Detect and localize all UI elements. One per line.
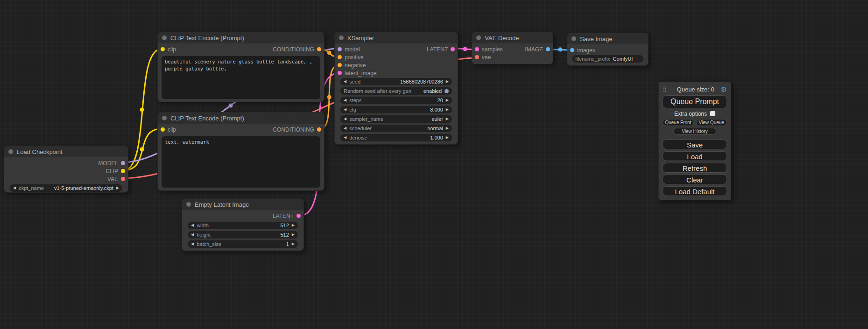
output-dot-clip[interactable] bbox=[121, 169, 125, 173]
output-slot-conditioning[interactable]: CONDITIONING bbox=[273, 126, 321, 133]
input-dot-negative[interactable] bbox=[338, 63, 342, 67]
arrow-right-icon[interactable]: ▶ bbox=[446, 136, 449, 140]
queue-menu[interactable]: ⣿ Queue size: 0 ⚙ Queue Prompt Extra opt… bbox=[658, 82, 731, 200]
clear-button[interactable]: Clear bbox=[663, 175, 727, 184]
arrow-left-icon[interactable]: ◀ bbox=[13, 186, 16, 190]
output-dot-model[interactable] bbox=[121, 161, 125, 165]
toggle-dot[interactable] bbox=[445, 89, 449, 93]
input-dot-positive[interactable] bbox=[338, 55, 342, 59]
arrow-left-icon[interactable]: ◀ bbox=[344, 80, 346, 84]
input-slot-images[interactable]: images bbox=[570, 47, 595, 54]
widget-filename-prefix[interactable]: filename_prefix ComfyUI bbox=[572, 55, 643, 63]
widget-height[interactable]: ◀ height 512 ▶ bbox=[188, 231, 298, 238]
collapse-dot[interactable] bbox=[162, 116, 167, 120]
arrow-right-icon[interactable]: ▶ bbox=[446, 117, 449, 121]
settings-gear-icon[interactable]: ⚙ bbox=[721, 86, 727, 93]
output-slot-conditioning[interactable]: CONDITIONING bbox=[273, 46, 321, 53]
output-slot-image[interactable]: IMAGE bbox=[525, 46, 550, 53]
node-save-image[interactable]: Save Image images filename_prefix ComfyU… bbox=[567, 33, 649, 66]
output-dot-latent[interactable] bbox=[296, 214, 301, 218]
arrow-left-icon[interactable]: ◀ bbox=[344, 117, 346, 121]
node-load-checkpoint[interactable]: Load Checkpoint MODEL CLIP VAE bbox=[4, 146, 128, 193]
menu-drag-handle-icon[interactable]: ⣿ bbox=[663, 86, 667, 92]
queue-prompt-button[interactable]: Queue Prompt bbox=[663, 95, 727, 108]
view-history-button[interactable]: View History bbox=[673, 128, 716, 135]
node-title-bar[interactable]: Load Checkpoint bbox=[4, 146, 128, 157]
graph-canvas[interactable]: Load Checkpoint MODEL CLIP VAE bbox=[0, 0, 868, 329]
arrow-right-icon[interactable]: ▶ bbox=[292, 233, 295, 237]
node-title-bar[interactable]: CLIP Text Encode (Prompt) bbox=[158, 32, 324, 43]
arrow-left-icon[interactable]: ◀ bbox=[344, 98, 346, 102]
collapse-dot[interactable] bbox=[572, 36, 576, 41]
widget-cfg[interactable]: ◀ cfg 8.000 ▶ bbox=[340, 106, 452, 113]
input-dot-vae[interactable] bbox=[475, 55, 479, 59]
input-slot-positive[interactable]: positive bbox=[338, 54, 364, 61]
node-title-bar[interactable]: VAE Decode bbox=[472, 32, 553, 43]
load-default-button[interactable]: Load Default bbox=[663, 186, 727, 196]
output-slot-model[interactable]: MODEL bbox=[98, 160, 125, 167]
input-slot-model[interactable]: model bbox=[338, 46, 360, 53]
collapse-dot[interactable] bbox=[162, 35, 167, 40]
arrow-right-icon[interactable]: ▶ bbox=[292, 242, 295, 246]
node-vae-decode[interactable]: VAE Decode samples IMAGE vae bbox=[472, 32, 553, 64]
widget-steps[interactable]: ◀ steps 20 ▶ bbox=[340, 97, 452, 104]
arrow-right-icon[interactable]: ▶ bbox=[446, 126, 449, 130]
input-dot-images[interactable] bbox=[570, 48, 574, 52]
input-dot-model[interactable] bbox=[338, 47, 342, 51]
input-slot-samples[interactable]: samples bbox=[475, 46, 503, 53]
output-dot-vae[interactable] bbox=[121, 177, 125, 181]
collapse-dot[interactable] bbox=[339, 35, 344, 40]
output-slot-latent[interactable]: LATENT bbox=[273, 213, 301, 219]
input-dot-clip[interactable] bbox=[161, 127, 165, 132]
arrow-left-icon[interactable]: ◀ bbox=[191, 224, 194, 227]
extra-options-checkbox[interactable] bbox=[710, 111, 715, 116]
arrow-right-icon[interactable]: ▶ bbox=[116, 186, 119, 190]
input-slot-latent-image[interactable]: latent_image bbox=[338, 70, 377, 77]
node-empty-latent-image[interactable]: Empty Latent Image LATENT ◀ width 512 ▶ … bbox=[182, 198, 304, 251]
view-queue-button[interactable]: View Queue bbox=[696, 119, 727, 126]
widget-control-after-generate[interactable]: Random seed after every gen enabled bbox=[340, 87, 452, 95]
arrow-right-icon[interactable]: ▶ bbox=[446, 80, 449, 84]
node-clip-text-encode-positive[interactable]: CLIP Text Encode (Prompt) clip CONDITION… bbox=[157, 32, 325, 102]
output-slot-vae[interactable]: VAE bbox=[107, 176, 125, 182]
widget-scheduler[interactable]: ◀ scheduler normal ▶ bbox=[340, 125, 452, 132]
input-slot-vae[interactable]: vae bbox=[475, 54, 491, 61]
prompt-textarea[interactable]: beautiful scenery nature glass bottle la… bbox=[162, 56, 320, 99]
widget-batch-size[interactable]: ◀ batch_size 1 ▶ bbox=[188, 240, 298, 248]
arrow-right-icon[interactable]: ▶ bbox=[292, 224, 295, 227]
widget-seed[interactable]: ◀ seed 156680208700286 ▶ bbox=[340, 78, 452, 85]
output-dot-latent[interactable] bbox=[451, 47, 455, 51]
input-slot-negative[interactable]: negative bbox=[338, 62, 366, 69]
widget-width[interactable]: ◀ width 512 ▶ bbox=[188, 222, 298, 229]
output-dot-conditioning[interactable] bbox=[317, 127, 321, 132]
node-ksampler[interactable]: KSampler model LATENT positive bbox=[334, 32, 458, 145]
save-button[interactable]: Save bbox=[663, 140, 727, 149]
collapse-dot[interactable] bbox=[8, 149, 13, 154]
input-slot-clip[interactable]: clip bbox=[161, 46, 176, 53]
output-slot-clip[interactable]: CLIP bbox=[106, 168, 125, 175]
node-title-bar[interactable]: Save Image bbox=[567, 33, 648, 44]
node-clip-text-encode-negative[interactable]: CLIP Text Encode (Prompt) clip CONDITION… bbox=[157, 112, 325, 191]
arrow-right-icon[interactable]: ▶ bbox=[446, 98, 449, 102]
collapse-dot[interactable] bbox=[476, 35, 481, 40]
load-button[interactable]: Load bbox=[663, 151, 727, 161]
widget-sampler-name[interactable]: ◀ sampler_name euler ▶ bbox=[340, 115, 452, 123]
arrow-left-icon[interactable]: ◀ bbox=[344, 108, 346, 112]
arrow-left-icon[interactable]: ◀ bbox=[191, 242, 194, 246]
output-dot-conditioning[interactable] bbox=[317, 47, 321, 51]
output-dot-image[interactable] bbox=[546, 47, 550, 51]
node-title-bar[interactable]: Empty Latent Image bbox=[182, 199, 303, 210]
input-slot-clip[interactable]: clip bbox=[161, 126, 176, 133]
collapse-dot[interactable] bbox=[186, 202, 191, 207]
arrow-left-icon[interactable]: ◀ bbox=[344, 126, 346, 130]
queue-front-button[interactable]: Queue Front bbox=[663, 119, 694, 126]
arrow-right-icon[interactable]: ▶ bbox=[446, 108, 449, 112]
widget-ckpt-name[interactable]: ◀ ckpt_name v1-5-pruned-emaonly.ckpt ▶ bbox=[10, 184, 122, 192]
input-dot-latent-image[interactable] bbox=[338, 71, 342, 75]
node-title-bar[interactable]: CLIP Text Encode (Prompt) bbox=[158, 112, 324, 124]
output-slot-latent[interactable]: LATENT bbox=[427, 46, 455, 53]
arrow-left-icon[interactable]: ◀ bbox=[344, 136, 346, 140]
arrow-left-icon[interactable]: ◀ bbox=[191, 233, 194, 237]
refresh-button[interactable]: Refresh bbox=[663, 163, 727, 173]
input-dot-clip[interactable] bbox=[161, 47, 165, 51]
